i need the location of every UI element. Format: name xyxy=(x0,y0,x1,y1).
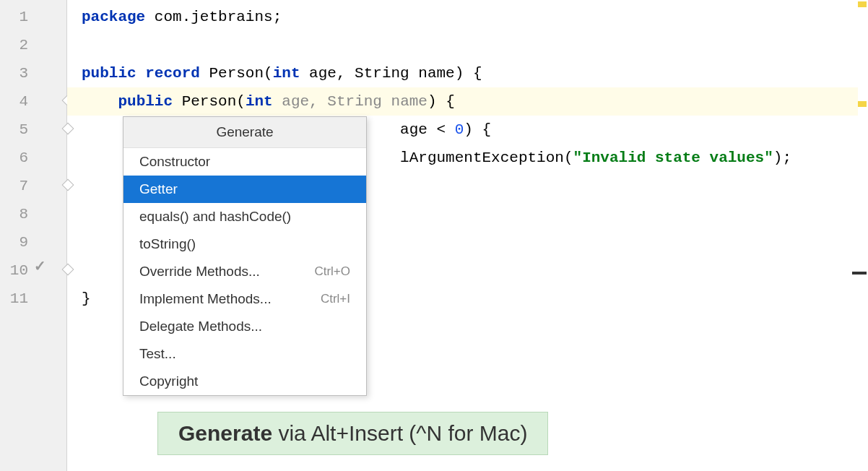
popup-item-equals-hashcode[interactable]: equals() and hashCode() xyxy=(123,203,366,230)
warning-marker[interactable] xyxy=(858,1,867,7)
line-number-5: 5 xyxy=(6,116,28,144)
package-name: com.jetbrains xyxy=(145,9,272,25)
line-number-10: 10 xyxy=(6,256,28,285)
popup-item-label: Test... xyxy=(139,346,176,362)
keyword-public: public xyxy=(118,93,173,110)
error-stripe[interactable] xyxy=(858,0,868,471)
string-literal: "Invalid state values" xyxy=(573,150,773,166)
line-number-11: 11 xyxy=(6,285,28,313)
popup-item-label: Override Methods... xyxy=(139,264,260,280)
popup-item-getter[interactable]: Getter xyxy=(123,176,366,203)
close: ); xyxy=(773,150,791,166)
popup-item-label: Implement Methods... xyxy=(139,291,272,307)
popup-item-copyright[interactable]: Copyright xyxy=(123,368,366,395)
popup-item-test[interactable]: Test... xyxy=(123,340,366,368)
popup-header: Generate xyxy=(123,117,366,148)
keyword-record: record xyxy=(145,65,200,82)
keyword-int: int xyxy=(246,93,273,110)
code-line-4[interactable]: public Person(int age, String name) { xyxy=(67,87,868,116)
marker[interactable] xyxy=(852,272,867,275)
line-number-8: 8 xyxy=(6,200,28,228)
hint-bold: Generate xyxy=(178,421,272,445)
hint-rest: via Alt+Insert (^N for Mac) xyxy=(272,421,527,445)
popup-item-constructor[interactable]: Constructor xyxy=(123,148,366,176)
popup-item-label: Copyright xyxy=(139,373,198,389)
popup-item-label: Getter xyxy=(139,181,178,197)
closing-brace: } xyxy=(82,290,91,307)
popup-item-label: toString() xyxy=(139,236,196,252)
line-number-2: 2 xyxy=(6,31,28,59)
semicolon: ; xyxy=(273,9,282,25)
partial-code: lArgumentException( xyxy=(400,150,573,166)
keyword-public: public xyxy=(82,65,145,82)
param-string: String name xyxy=(327,93,428,110)
hint-box: Generate via Alt+Insert (^N for Mac) xyxy=(157,412,548,455)
popup-item-label: Constructor xyxy=(139,154,210,170)
popup-item-label: equals() and hashCode() xyxy=(139,209,291,225)
param-age: age xyxy=(273,93,309,110)
comma: , xyxy=(309,93,327,110)
keyword-int: int xyxy=(273,65,300,82)
constructor-name: Person( xyxy=(173,93,246,110)
class-name: Person( xyxy=(200,65,273,82)
line-number-9: 9 xyxy=(6,228,28,256)
code-line-1[interactable]: package com.jetbrains; xyxy=(67,3,868,31)
popup-item-override[interactable]: Override Methods... Ctrl+O xyxy=(123,258,366,285)
line-number-7: 7 xyxy=(6,172,28,200)
keyword-package: package xyxy=(82,9,145,25)
param-age: age, xyxy=(300,65,345,82)
line-number-3: 3 xyxy=(6,59,28,87)
popup-item-tostring[interactable]: toString() xyxy=(123,230,366,258)
close: ) { xyxy=(464,121,491,138)
gutter: 1 2 3 4 5 6 7 8 9 10 11 ✓ xyxy=(0,0,67,471)
line-number-1: 1 xyxy=(6,3,28,31)
popup-shortcut: Ctrl+O xyxy=(314,264,350,279)
code-line-3[interactable]: public record Person(int age, String nam… xyxy=(67,59,868,87)
popup-item-label: Delegate Methods... xyxy=(139,319,262,334)
param-string: String name) { xyxy=(346,65,482,82)
generate-popup: Generate Constructor Getter equals() and… xyxy=(123,116,367,396)
warning-marker[interactable] xyxy=(858,101,867,107)
indent xyxy=(82,93,118,110)
popup-item-implement[interactable]: Implement Methods... Ctrl+I xyxy=(123,285,366,313)
popup-item-delegate[interactable]: Delegate Methods... xyxy=(123,313,366,340)
line-number-4: 4 xyxy=(6,87,28,116)
partial-code: age < xyxy=(400,121,455,138)
popup-shortcut: Ctrl+I xyxy=(321,292,350,306)
close-paren: ) { xyxy=(428,93,455,110)
checkmark-icon: ✓ xyxy=(34,257,46,275)
number-zero: 0 xyxy=(455,121,464,138)
line-number-6: 6 xyxy=(6,144,28,172)
